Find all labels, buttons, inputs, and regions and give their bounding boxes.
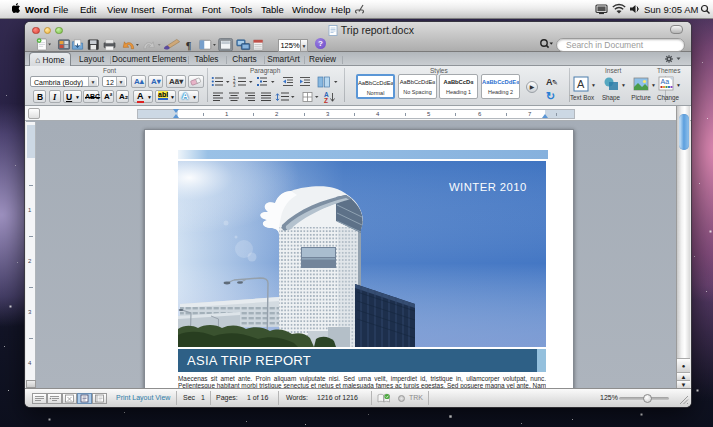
svg-text:¶: ¶ <box>186 40 192 51</box>
svg-text:A: A <box>577 78 585 90</box>
svg-text:WINTER 2010: WINTER 2010 <box>449 181 527 193</box>
svg-text:3: 3 <box>233 83 236 88</box>
svg-text:Aa: Aa <box>661 78 670 85</box>
svg-text:Z: Z <box>324 97 328 104</box>
